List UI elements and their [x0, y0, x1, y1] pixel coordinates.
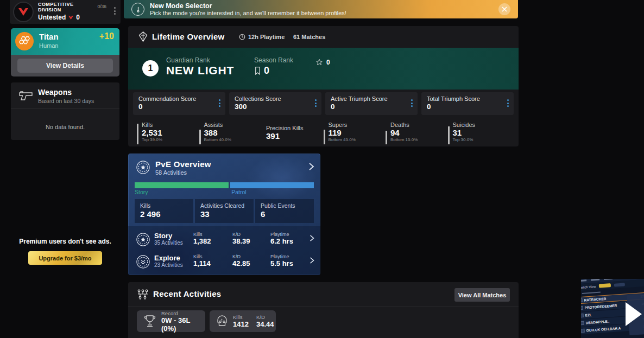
score-card-menu-button[interactable] — [315, 99, 317, 107]
pip-active-tab — [599, 283, 611, 288]
score-card-collections: Collections Score 300 — [229, 92, 321, 115]
record-label: Record — [161, 310, 199, 316]
character-class-name: Titan — [39, 32, 59, 41]
chevron-right-icon[interactable] — [309, 257, 315, 264]
play-icon[interactable] — [626, 302, 642, 326]
stat-assists: Assists 388 Bottom 40.0% — [199, 122, 262, 146]
chevron-right-icon[interactable] — [308, 162, 315, 171]
mode-banner-title: New Mode Selector — [150, 2, 346, 10]
weapons-header: Weapons Based on last 30 days — [11, 82, 119, 109]
competitive-status-value: 0 — [76, 14, 80, 21]
pve-overview-card[interactable]: PvE Overview 58 Activities Story Patrol … — [128, 154, 320, 275]
guardian-rank-strip: 1 Guardian Rank NEW LIGHT Season Rank 0 — [128, 48, 519, 90]
pve-mode-rows: Story 35 Activities Kills 1,382 K/D 38.3… — [128, 226, 320, 275]
stat-bar — [386, 131, 387, 144]
score-card-total-triumph: Total Triumph Score 0 — [421, 92, 514, 115]
pve-header: PvE Overview 58 Activities — [128, 154, 320, 180]
skull-icon — [216, 315, 228, 328]
competitive-rank-emblem — [13, 2, 34, 22]
profile-menu-button[interactable] — [114, 7, 116, 15]
season-banner-icon — [254, 66, 261, 75]
score-cards-row: Commendation Score 0 Collections Score 3… — [128, 92, 519, 115]
story-medal-icon — [136, 232, 150, 247]
star-count: 0 — [326, 59, 330, 66]
pistol-icon — [18, 91, 34, 101]
upgrade-button[interactable]: Upgrade for $3/mo — [28, 251, 102, 265]
weapons-empty-message: No data found. — [11, 124, 119, 130]
score-card-menu-button[interactable] — [219, 99, 220, 107]
stat-deaths: Deaths 94 Bottom 15.0% — [386, 122, 448, 146]
kills-kd-badge: Kills 1412 K/D 34.44 — [210, 310, 276, 332]
premium-ad-message: Premium users don't see ads. — [11, 238, 119, 245]
story-bar-label: Story — [135, 189, 148, 195]
stat-bar — [199, 130, 201, 144]
mode-banner-subtitle: Pick the mode you're interested in, and … — [150, 10, 346, 17]
guardian-rank-number: 1 — [142, 60, 159, 76]
score-card-menu-button[interactable] — [507, 99, 509, 107]
pve-medal-icon — [136, 160, 150, 175]
competitive-title-line1: COMPETITIVE — [38, 2, 80, 7]
pve-stats-row: Kills 2 496 Activities Cleared 33 Public… — [135, 199, 314, 223]
character-rank-delta: +10 — [99, 31, 114, 41]
competitive-progress: 0/36 — [97, 4, 106, 9]
competitive-division-text: COMPETITIVE DIVISION Untested 0 — [38, 2, 80, 21]
lifetime-playtime: 12h Playtime — [239, 34, 285, 40]
pve-subtitle: 58 Activities — [155, 169, 187, 176]
competitive-title-line2: DIVISION — [38, 7, 80, 12]
mode-selector-banner: New Mode Selector Pick the mode you're i… — [124, 0, 518, 18]
activity-graph-icon — [136, 288, 149, 301]
stat-bar — [137, 124, 138, 144]
rank-v-icon — [68, 15, 74, 20]
view-all-matches-button[interactable]: View All Matches — [454, 288, 510, 302]
pve-row-explore[interactable]: Explore 23 Activities Kills 1,114 K/D 42… — [128, 252, 320, 272]
competitive-division-card: COMPETITIVE DIVISION Untested 0 0/36 — [10, 0, 121, 24]
app-root: COMPETITIVE DIVISION Untested 0 0/36 — [0, 0, 644, 338]
view-details-button[interactable]: View Details — [17, 59, 113, 73]
premium-ad-block: Premium users don't see ads. Upgrade for… — [11, 238, 119, 265]
record-value: 0W - 36L (0%) — [161, 316, 199, 333]
trophy-icon — [143, 314, 156, 328]
season-rank-label: Season Rank — [254, 56, 293, 64]
stat-kills: Kills 2,531 Top 39.0% — [137, 122, 199, 146]
pip-inactive-tab — [614, 283, 625, 286]
season-rank-value: 0 — [264, 65, 269, 76]
star-icon — [315, 59, 323, 66]
clock-icon — [239, 34, 245, 40]
character-card-footer: View Details — [11, 55, 119, 76]
lifetime-title: Lifetime Overview — [152, 32, 225, 41]
weapons-subtitle: Based on last 30 days — [38, 98, 94, 104]
pve-activity-breakdown: Story Patrol — [135, 182, 314, 196]
mode-banner-text: New Mode Selector Pick the mode you're i… — [150, 2, 346, 17]
banner-close-button[interactable] — [498, 3, 510, 15]
close-icon — [502, 7, 507, 12]
recent-activities-panel: Recent Activities View All Matches Recor… — [128, 282, 519, 338]
stat-bar — [448, 126, 450, 144]
chevron-right-icon[interactable] — [309, 234, 315, 242]
explore-icon — [136, 254, 150, 269]
stat-bar — [324, 130, 325, 144]
lifetime-header: Lifetime Overview 12h Playtime 61 Matche… — [128, 26, 519, 48]
lifetime-matches: 61 Matches — [293, 34, 325, 40]
score-card-menu-button[interactable] — [411, 99, 413, 107]
stat-supers: Supers 119 Bottom 45.0% — [324, 122, 386, 146]
pve-progress-patrol — [230, 182, 314, 188]
season-rank-block: Season Rank 0 — [254, 56, 293, 76]
character-card[interactable]: Titan Human +10 View Details — [11, 28, 119, 76]
stat-suicides: Suicides 31 Top 30.0% — [448, 122, 510, 146]
patrol-bar-label: Patrol — [231, 189, 246, 195]
score-card-active-triumph: Active Triumph Score 0 — [325, 92, 418, 115]
lifetime-overview-panel: Lifetime Overview 12h Playtime 61 Matche… — [128, 26, 519, 146]
guardian-rank-block: Guardian Rank NEW LIGHT — [166, 56, 234, 77]
pve-stat-activities-cleared: Activities Cleared 33 — [195, 199, 254, 223]
pve-row-story[interactable]: Story 35 Activities Kills 1,382 K/D 38.3… — [128, 229, 320, 250]
mode-selector-icon — [131, 3, 144, 16]
pve-stat-kills: Kills 2 496 — [135, 199, 193, 223]
recent-activities-header: Recent Activities View All Matches — [128, 282, 519, 307]
pve-title: PvE Overview — [155, 160, 211, 169]
character-card-header: Titan Human +10 — [11, 28, 119, 55]
lifetime-stats-row: Kills 2,531 Top 39.0% Assists 388 Bottom… — [128, 119, 519, 146]
guardian-rank-label: Guardian Rank — [166, 56, 234, 64]
competitive-status: Untested — [38, 14, 66, 21]
score-card-commendation: Commendation Score 0 — [133, 92, 225, 115]
titan-class-icon — [15, 32, 34, 50]
